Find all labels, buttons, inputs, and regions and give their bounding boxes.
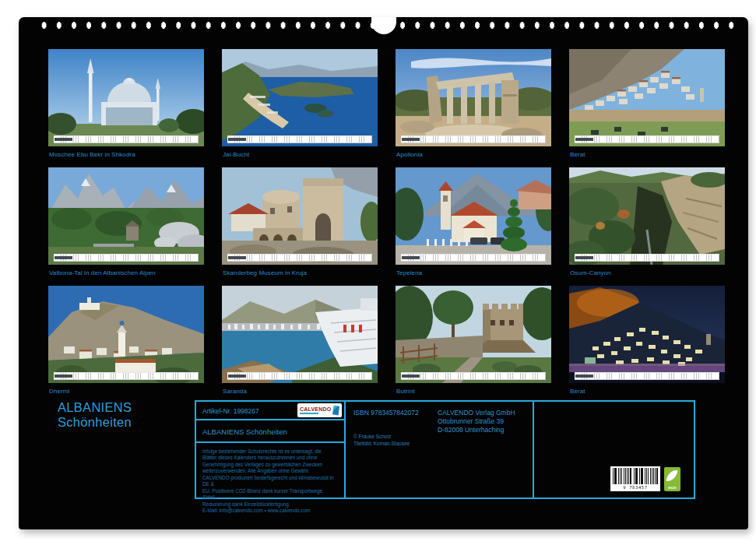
mini-month-grid bbox=[227, 254, 372, 262]
legal-line: Genehmigung des Verlages zu gewerblichen… bbox=[202, 462, 338, 468]
thumbnail-caption: Apollonia bbox=[396, 151, 551, 158]
thumbnail-caption: Berat bbox=[570, 151, 725, 158]
legal-line: Infolge bestehender Schutzrechte ist es … bbox=[202, 448, 338, 455]
legal-line: Reduzierung dank Einzelstückfertigung. bbox=[202, 501, 338, 508]
calvendo-calendar-icon bbox=[332, 406, 339, 416]
barcode: 9 783457 842072 bbox=[610, 466, 660, 491]
thumbnail-caption: Saranda bbox=[223, 388, 378, 395]
barcode-bars bbox=[613, 468, 658, 484]
product-photo-background: Moschee Ebu Bekr in Shkodra Jal-Bucht Ap… bbox=[0, 0, 756, 545]
mini-month-label bbox=[575, 374, 593, 378]
calendar-page-thumbnail: Moschee Ebu Bekr in Shkodra bbox=[48, 49, 204, 167]
legal-line: weiterzuverwenden. Alle Angaben ohne Gew… bbox=[202, 468, 338, 474]
product-info-box: Artikel-Nr. 1998267 CALVENDO ALBANIENS S… bbox=[195, 400, 695, 499]
thumbnail-caption: Valbona-Tal in den Albanischen Alpen bbox=[49, 269, 204, 276]
eco-label-text: eco bbox=[664, 485, 680, 490]
mini-month-label bbox=[575, 256, 593, 260]
isbn: ISBN 9783457842072 bbox=[353, 409, 419, 417]
mini-month-grid bbox=[575, 135, 719, 143]
photo-dhermi bbox=[48, 286, 204, 383]
publisher-line: D-82008 Unterhaching bbox=[438, 426, 515, 434]
mini-month-grid bbox=[401, 135, 546, 143]
article-number: Artikel-Nr. 1998267 bbox=[202, 407, 259, 415]
legal-line: E-Mail: info@calvendo.com • www.calvendo… bbox=[202, 508, 338, 514]
mini-month-grid bbox=[227, 135, 372, 143]
photo-osum-canyon bbox=[569, 167, 725, 265]
mini-month-grid bbox=[54, 135, 199, 143]
photo-skanderbeg-museum bbox=[222, 167, 378, 265]
mini-month-grid bbox=[401, 254, 546, 262]
hanger-notch bbox=[371, 17, 396, 34]
legal-line: EU. Positivere CO2-Bilanz dank kurzer Tr… bbox=[202, 488, 338, 501]
calendar-page-thumbnail: Skanderbeg Museum in Kruja bbox=[222, 167, 378, 286]
mini-month-grid bbox=[54, 254, 199, 262]
photo-apollonia bbox=[396, 49, 551, 146]
photo-berat-night bbox=[569, 286, 725, 383]
thumbnail-caption: Moschee Ebu Bekr in Shkodra bbox=[49, 151, 204, 158]
thumbnail-caption: Dhermi bbox=[49, 388, 204, 395]
thumbnail-caption: Osum-Canyon bbox=[570, 269, 725, 276]
mini-month-grid bbox=[575, 254, 719, 262]
month-thumbnails-grid: Moschee Ebu Bekr in Shkodra Jal-Bucht Ap… bbox=[48, 49, 725, 404]
barcode-digits: 9 783457 842072 bbox=[613, 484, 658, 497]
photo-butrint bbox=[396, 286, 551, 383]
mini-month-grid bbox=[401, 372, 546, 380]
article-row: Artikel-Nr. 1998267 CALVENDO bbox=[196, 402, 344, 420]
publisher-line: Ottobrunner Straße 39 bbox=[438, 417, 515, 426]
calendar-page-thumbnail: Dhermi bbox=[48, 286, 204, 404]
info-left-column: Artikel-Nr. 1998267 CALVENDO ALBANIENS S… bbox=[196, 402, 346, 498]
leaf-icon bbox=[666, 469, 677, 483]
mini-month-label bbox=[55, 256, 72, 260]
calendar-page-thumbnail: Valbona-Tal in den Albanischen Alpen bbox=[48, 167, 204, 286]
product-title: ALBANIENS Schönheiten bbox=[196, 420, 344, 443]
calvendo-logo-text: CALVENDO bbox=[300, 406, 332, 412]
thumbnail-caption: Jal-Bucht bbox=[223, 151, 378, 158]
photo-tepelena bbox=[396, 167, 551, 265]
photo-jal-bucht bbox=[222, 49, 378, 146]
calendar-page-thumbnail: Butrint bbox=[396, 286, 551, 404]
calendar-title-line1: ALBANIENS bbox=[58, 400, 132, 415]
calvendo-logo-tagline bbox=[300, 413, 318, 414]
mini-month-grid bbox=[54, 372, 199, 380]
photo-valbona-tal bbox=[48, 167, 204, 265]
calendar-page-thumbnail: Osum-Canyon bbox=[569, 167, 725, 286]
photo-moschee-shkodra bbox=[48, 49, 204, 146]
calendar-title-line2: Schönheiten bbox=[58, 415, 132, 430]
thumbnail-caption: Tepelena bbox=[396, 269, 551, 276]
copyright-line: © Frauke Scholz bbox=[353, 434, 410, 441]
calendar-page-thumbnail: Berat bbox=[569, 286, 725, 404]
copyright-line: Titelbild: Koman-Stausee bbox=[353, 441, 410, 448]
thumbnail-caption: Butrint bbox=[396, 388, 551, 395]
eco-label: eco bbox=[664, 467, 680, 491]
mini-month-label bbox=[55, 374, 72, 378]
thumbnail-caption: Skanderbeg Museum in Kruja bbox=[223, 269, 378, 276]
photo-berat-day bbox=[569, 49, 725, 146]
calendar-page-thumbnail: Tepelena bbox=[396, 167, 551, 286]
calendar-title: ALBANIENS Schönheiten bbox=[58, 400, 132, 430]
info-right-column: 9 783457 842072 eco bbox=[534, 402, 694, 498]
calendar-page-thumbnail: Berat bbox=[569, 49, 725, 167]
calendar-back-cover: Moschee Ebu Bekr in Shkodra Jal-Bucht Ap… bbox=[19, 17, 748, 529]
mini-month-label bbox=[228, 256, 246, 260]
mini-month-label bbox=[55, 138, 72, 142]
mini-month-label bbox=[228, 138, 246, 142]
legal-line: Blätter dieses Kalenders herauszutrennen… bbox=[202, 455, 338, 461]
calvendo-logo: CALVENDO bbox=[297, 403, 342, 417]
mini-month-grid bbox=[575, 372, 719, 380]
calendar-page-thumbnail: Jal-Bucht bbox=[222, 49, 378, 167]
calendar-page-thumbnail: Apollonia bbox=[396, 49, 551, 167]
legal-line: CALVENDO produziert bedarfsgerecht und k… bbox=[202, 475, 338, 488]
calendar-page-thumbnail: Saranda bbox=[222, 286, 378, 404]
mini-month-label bbox=[402, 138, 420, 142]
mini-month-grid bbox=[227, 372, 372, 380]
mini-month-label bbox=[575, 138, 593, 142]
calvendo-logo-textblock: CALVENDO bbox=[300, 406, 332, 415]
publisher-address: CALVENDO Verlag GmbH Ottobrunner Straße … bbox=[438, 409, 515, 434]
photo-saranda bbox=[222, 286, 378, 383]
info-middle-column: ISBN 9783457842072 CALVENDO Verlag GmbH … bbox=[346, 402, 534, 498]
publisher-line: CALVENDO Verlag GmbH bbox=[438, 409, 515, 417]
legal-text: Infolge bestehender Schutzrechte ist es … bbox=[196, 443, 344, 515]
mini-month-label bbox=[402, 374, 420, 378]
mini-month-label bbox=[402, 256, 420, 260]
thumbnail-caption: Berat bbox=[570, 388, 725, 395]
